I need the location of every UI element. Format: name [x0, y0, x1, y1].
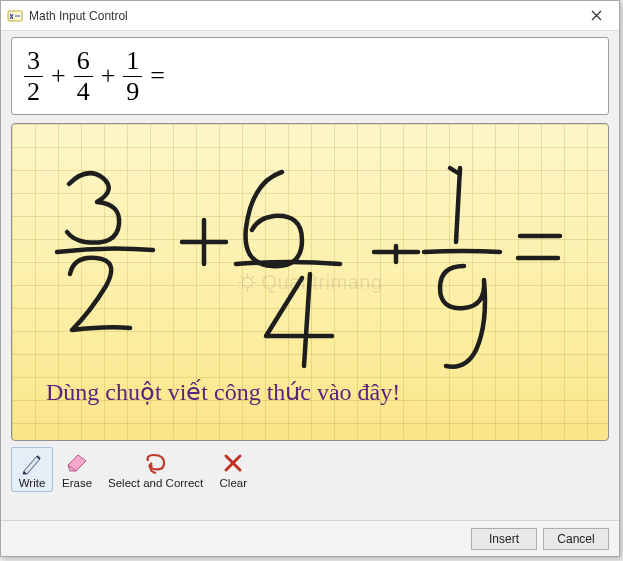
ink-caption: Dùng chuột viết công thức vào đây!: [46, 378, 400, 406]
equals-operator: =: [150, 61, 165, 91]
plus-operator: +: [51, 61, 66, 91]
toolbar: Write Erase Select and C: [11, 447, 609, 492]
insert-button[interactable]: Insert: [471, 528, 537, 550]
clear-tool[interactable]: Clear: [212, 447, 254, 492]
content-area: 3 2 + 6 4 + 1 9 =: [1, 31, 619, 520]
clear-label: Clear: [220, 477, 247, 489]
select-correct-tool[interactable]: Select and Correct: [101, 447, 210, 492]
titlebar[interactable]: Math Input Control: [1, 1, 619, 31]
close-icon: [591, 10, 602, 21]
app-icon: [7, 8, 23, 24]
math-input-window: Math Input Control 3 2 + 6 4 + 1 9 =: [0, 0, 620, 557]
pen-icon: [18, 450, 46, 476]
fraction-2: 6 4: [74, 48, 93, 105]
select-correct-label: Select and Correct: [108, 477, 203, 489]
write-label: Write: [19, 477, 46, 489]
close-button[interactable]: [574, 1, 619, 31]
erase-label: Erase: [62, 477, 92, 489]
cancel-button[interactable]: Cancel: [543, 528, 609, 550]
write-tool[interactable]: Write: [11, 447, 53, 492]
footer: Insert Cancel: [1, 520, 619, 556]
fraction-1: 3 2: [24, 48, 43, 105]
clear-icon: [219, 450, 247, 476]
window-title: Math Input Control: [29, 9, 574, 23]
math-output: 3 2 + 6 4 + 1 9 =: [11, 37, 609, 115]
erase-tool[interactable]: Erase: [55, 447, 99, 492]
eraser-icon: [63, 450, 91, 476]
lasso-icon: [142, 450, 170, 476]
plus-operator: +: [101, 61, 116, 91]
fraction-3: 1 9: [123, 48, 142, 105]
ink-canvas[interactable]: Quantrimang: [11, 123, 609, 441]
